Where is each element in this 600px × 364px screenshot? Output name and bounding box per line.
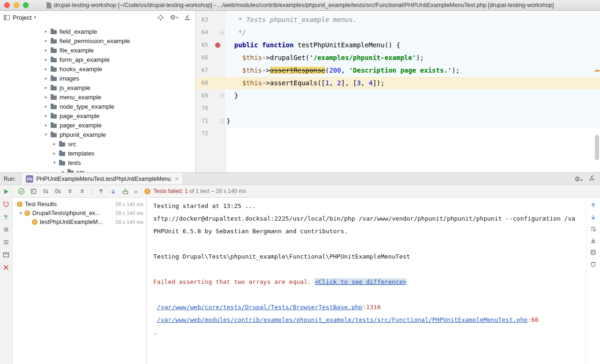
project-settings-button[interactable]: ⚙▾ bbox=[170, 14, 178, 21]
code-line[interactable]: 64 */ bbox=[196, 26, 600, 39]
scroll-to-end-button[interactable] bbox=[589, 237, 597, 244]
project-panel-title[interactable]: Project bbox=[13, 14, 31, 21]
phpunit-icon: php bbox=[26, 175, 33, 183]
chevron-right-icon[interactable]: ▸ bbox=[42, 38, 50, 43]
test-tree-item[interactable]: !testPhpUnitExampleM...28 s 140 ms bbox=[13, 217, 146, 226]
show-ignored-button[interactable] bbox=[28, 186, 39, 196]
chevron-right-icon[interactable]: ▸ bbox=[42, 76, 50, 81]
code-line[interactable]: 72 bbox=[196, 127, 600, 140]
chevron-right-icon[interactable]: ▸ bbox=[51, 141, 58, 146]
error-stripe-mark[interactable] bbox=[595, 70, 600, 72]
hide-panel-button[interactable] bbox=[184, 14, 191, 21]
locate-file-button[interactable] bbox=[157, 14, 164, 21]
print-button[interactable] bbox=[589, 248, 597, 256]
test-tree-item[interactable]: ▾!Drupal\Tests\phpunit_ex...28 s 140 ms bbox=[13, 208, 146, 217]
chevron-down-icon[interactable]: ▾ bbox=[17, 211, 24, 215]
chevron-right-icon[interactable]: ▸ bbox=[42, 104, 50, 109]
next-failed-test-button[interactable] bbox=[108, 186, 119, 196]
sort-alphabetically-button[interactable] bbox=[40, 186, 51, 196]
test-history-button[interactable] bbox=[2, 238, 10, 246]
chevron-right-icon[interactable]: ▸ bbox=[42, 67, 50, 71]
chevron-right-icon[interactable]: ▸ bbox=[42, 29, 50, 34]
stop-button[interactable] bbox=[2, 226, 10, 233]
toggle-auto-test-button[interactable] bbox=[2, 213, 10, 221]
project-tree-item[interactable]: ▾src bbox=[0, 167, 195, 172]
close-tab-icon[interactable]: × bbox=[175, 175, 179, 182]
project-item-label: js_example bbox=[60, 84, 90, 91]
code-line[interactable]: 70 bbox=[196, 102, 600, 115]
fold-marker-icon[interactable] bbox=[220, 94, 224, 98]
code-line[interactable]: 68 $this->assertEquals([1, 2], [3, 4]); bbox=[196, 77, 600, 89]
chevron-down-icon[interactable]: ▾ bbox=[34, 15, 36, 20]
failed-test-marker-icon[interactable] bbox=[215, 43, 220, 48]
run-settings-button[interactable]: ⚙▾ bbox=[574, 175, 583, 183]
chevron-down-icon[interactable]: ▾ bbox=[51, 160, 58, 165]
line-number: 70 bbox=[196, 102, 211, 115]
folder-icon bbox=[51, 30, 57, 34]
stacktrace-link[interactable]: /var/www/web/core/tests/Drupal/Tests/Bro… bbox=[157, 304, 362, 311]
project-tree-item[interactable]: ▸menu_example bbox=[0, 92, 195, 102]
chevron-right-icon[interactable]: ▸ bbox=[42, 123, 50, 127]
show-passed-button[interactable] bbox=[16, 186, 27, 196]
chevron-right-icon[interactable]: ▸ bbox=[42, 85, 50, 90]
project-tree-item[interactable]: ▸hooks_example bbox=[0, 64, 195, 74]
project-tree-item[interactable]: ▸page_example bbox=[0, 111, 195, 120]
clear-all-button[interactable] bbox=[589, 260, 597, 267]
down-the-stacktrace-button[interactable] bbox=[589, 213, 597, 221]
project-tree-item[interactable]: ▸field_permission_example bbox=[0, 36, 195, 45]
up-the-stacktrace-button[interactable] bbox=[589, 201, 597, 209]
project-tree-item[interactable]: ▸node_type_example bbox=[0, 102, 195, 111]
project-tree-item[interactable]: ▸src bbox=[0, 139, 195, 149]
project-tree-item[interactable]: ▸templates bbox=[0, 149, 195, 158]
code-editor[interactable]: 63 * Tests phpunit_example menus.64 */65… bbox=[195, 11, 600, 172]
chevron-right-icon[interactable]: ▸ bbox=[42, 48, 50, 52]
code-line[interactable]: 65 public function testPhpUnitExampleMen… bbox=[196, 39, 600, 52]
project-tree-item[interactable]: ▸pager_example bbox=[0, 120, 195, 130]
editor-scrollbar[interactable] bbox=[595, 135, 599, 160]
project-tree-item[interactable]: ▸field_example bbox=[0, 27, 195, 36]
run-tab[interactable]: php PHPUnitExampleMenuTest.testPhpUnitEx… bbox=[21, 173, 183, 185]
import-test-results-button[interactable] bbox=[120, 186, 131, 196]
expand-all-button[interactable] bbox=[65, 186, 75, 196]
rerun-failed-tests-button[interactable] bbox=[2, 201, 10, 208]
sort-by-duration-button[interactable] bbox=[52, 186, 63, 196]
code-line[interactable]: 66 $this->drupalGet('/examples/phpunit-e… bbox=[196, 52, 600, 64]
fold-marker-icon[interactable] bbox=[220, 119, 224, 123]
code-line[interactable]: 67 $this->assertResponse(200, 'Descripti… bbox=[196, 64, 600, 77]
chevron-down-icon[interactable]: ▾ bbox=[42, 132, 50, 137]
code-line[interactable]: 69 } bbox=[196, 89, 600, 102]
fold-marker-icon[interactable] bbox=[220, 30, 224, 35]
chevron-right-icon[interactable]: ▸ bbox=[42, 95, 50, 99]
zoom-window-button[interactable] bbox=[23, 2, 29, 8]
code-text: * Tests phpunit_example menus. bbox=[225, 14, 600, 26]
test-console[interactable]: Testing started at 13:25 ...sftp://docke… bbox=[147, 198, 600, 364]
stacktrace-link[interactable]: /var/www/web/modules/contrib/examples/ph… bbox=[157, 316, 528, 323]
hide-run-panel-button[interactable] bbox=[588, 174, 595, 183]
test-tree-item[interactable]: !Test Results28 s 140 ms bbox=[13, 200, 146, 208]
project-tree-item[interactable]: ▸js_example bbox=[0, 83, 195, 92]
more-actions-icon[interactable]: » bbox=[132, 188, 139, 195]
console-scrollbar[interactable] bbox=[586, 173, 586, 364]
project-tree-item[interactable]: ▸form_api_example bbox=[0, 55, 195, 64]
chevron-right-icon[interactable]: ▸ bbox=[51, 151, 58, 156]
close-window-button[interactable] bbox=[4, 2, 10, 8]
close-run-panel-button[interactable] bbox=[2, 264, 10, 271]
restore-layout-button[interactable] bbox=[2, 251, 10, 259]
folder-icon bbox=[51, 77, 57, 81]
project-tree-item[interactable]: ▾tests bbox=[0, 158, 195, 167]
rerun-tests-button[interactable] bbox=[2, 188, 10, 195]
project-tree-item[interactable]: ▸images bbox=[0, 74, 195, 83]
collapse-all-button[interactable] bbox=[77, 186, 88, 196]
diff-link[interactable]: <Click to see difference> bbox=[315, 278, 406, 285]
code-line[interactable]: 71} bbox=[196, 115, 600, 127]
previous-failed-test-button[interactable] bbox=[96, 186, 106, 196]
soft-wrap-button[interactable] bbox=[589, 225, 597, 232]
chevron-right-icon[interactable]: ▸ bbox=[42, 57, 50, 62]
code-text: } bbox=[225, 89, 600, 102]
project-tree-item[interactable]: ▸file_example bbox=[0, 45, 195, 55]
project-tree-item[interactable]: ▾phpunit_example bbox=[0, 130, 195, 139]
chevron-right-icon[interactable]: ▸ bbox=[42, 113, 50, 118]
minimize-window-button[interactable] bbox=[14, 2, 19, 8]
line-number: 65 bbox=[196, 39, 211, 52]
code-line[interactable]: 63 * Tests phpunit_example menus. bbox=[196, 14, 600, 26]
